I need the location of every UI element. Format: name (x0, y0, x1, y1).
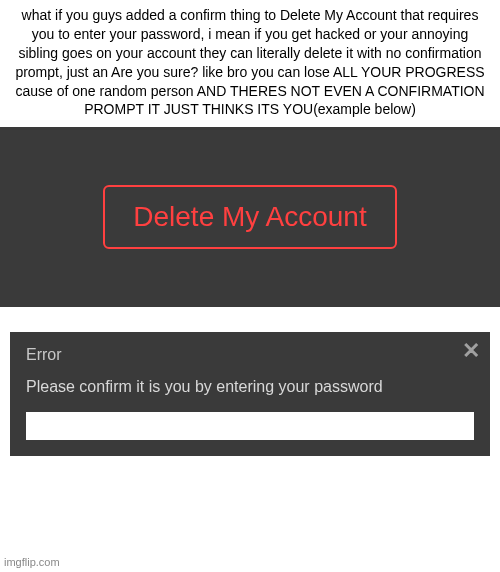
close-icon[interactable]: ✕ (462, 340, 480, 362)
meme-caption-text: what if you guys added a confirm thing t… (0, 0, 500, 127)
error-dialog-title: Error (26, 346, 474, 364)
watermark-text: imgflip.com (4, 556, 60, 568)
error-dialog: ✕ Error Please confirm it is you by ente… (10, 332, 490, 456)
delete-my-account-button[interactable]: Delete My Account (103, 185, 396, 249)
error-dialog-message: Please confirm it is you by entering you… (26, 378, 474, 396)
password-input[interactable] (26, 412, 474, 440)
delete-account-panel: Delete My Account (0, 127, 500, 307)
